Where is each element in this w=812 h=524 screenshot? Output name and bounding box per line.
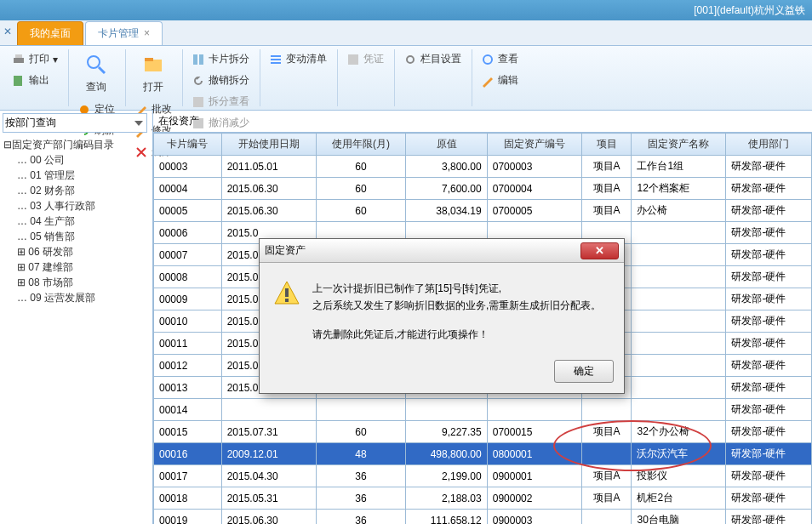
- output-button[interactable]: 输出: [7, 71, 63, 90]
- sidebar: 按部门查询 ⊟固定资产部门编码目录 … 00 公司… 01 管理层… 02 财务…: [0, 111, 153, 524]
- dialog-titlebar[interactable]: 固定资产 ✕: [260, 239, 624, 263]
- svg-rect-18: [285, 288, 289, 297]
- search-icon: [84, 53, 108, 77]
- voucher-button[interactable]: 凭证: [341, 49, 389, 69]
- cell: 项目A: [581, 178, 632, 200]
- view-button[interactable]: 查看: [476, 49, 523, 69]
- cell: 0700015: [487, 421, 581, 443]
- query-button[interactable]: 查询: [72, 49, 120, 98]
- svg-rect-9: [199, 54, 203, 65]
- alert-dialog: 固定资产 ✕ 上一次计提折旧已制作了第[15]号[转]凭证, 之后系统又发生了影…: [259, 238, 625, 394]
- open-icon: [141, 53, 165, 77]
- tree-node-dept[interactable]: … 00 公司: [3, 152, 149, 168]
- table-row[interactable]: 000152015.07.31609,227.350700015项目A32个办公…: [154, 421, 812, 443]
- cell: 00010: [154, 310, 222, 333]
- cell: [581, 443, 632, 465]
- tree-node-dept[interactable]: … 01 管理层: [3, 168, 149, 183]
- tab-card-mgmt[interactable]: 卡片管理×: [85, 21, 163, 45]
- svg-rect-7: [145, 58, 153, 61]
- column-header[interactable]: 固定资产编号: [487, 134, 581, 156]
- cell: 研发部-硬件: [726, 399, 812, 421]
- tree-root[interactable]: ⊟固定资产部门编码目录: [3, 137, 149, 152]
- table-row[interactable]: 000192015.06.3036111,658.12090000330台电脑研…: [154, 510, 812, 525]
- tree-node-dept[interactable]: … 02 财务部: [3, 183, 149, 198]
- svg-line-4: [99, 67, 105, 73]
- tree-node-dept[interactable]: … 09 运营发展部: [3, 290, 149, 305]
- cell: [221, 399, 316, 421]
- cell: 2015.06.30: [221, 510, 316, 525]
- cell: 2011.05.01: [221, 156, 316, 178]
- toolbar: 打印 ▾ 输出 查询 定位 刷新 打开 批改 修改 删除 卡片拆分 撤销拆分 拆…: [0, 46, 812, 111]
- dialog-ok-button[interactable]: 确定: [554, 360, 614, 383]
- close-tab-icon[interactable]: ×: [144, 27, 150, 39]
- cell: [487, 399, 581, 421]
- tree-node-dept[interactable]: ⊞ 08 市场部: [3, 275, 149, 290]
- cell: 12个档案柜: [632, 178, 726, 200]
- cell: 3,800.00: [406, 156, 487, 178]
- split-button[interactable]: 卡片拆分: [186, 49, 254, 69]
- print-button[interactable]: 打印 ▾: [7, 49, 63, 69]
- split-icon: [192, 53, 205, 66]
- tab-desktop[interactable]: 我的桌面: [17, 21, 83, 45]
- table-row[interactable]: 000042015.06.30607,600.000700004项目A12个档案…: [154, 178, 812, 200]
- cell: 60: [316, 156, 406, 178]
- cell: 研发部-硬件: [726, 222, 812, 244]
- split-view-button[interactable]: 拆分查看: [186, 92, 254, 111]
- svg-rect-0: [14, 58, 24, 63]
- change-list-button[interactable]: 变动清单: [264, 49, 332, 69]
- cell: 机柜2台: [632, 487, 726, 510]
- cell: [632, 310, 726, 333]
- column-header[interactable]: 开始使用日期: [221, 134, 316, 156]
- split-view-icon: [192, 95, 205, 109]
- cell: 0700005: [487, 200, 581, 222]
- tree-node-dept[interactable]: … 05 销售部: [3, 229, 149, 244]
- view-icon: [481, 53, 495, 66]
- open-button[interactable]: 打开: [129, 49, 177, 98]
- undo-split-button[interactable]: 撤销拆分: [186, 71, 254, 90]
- column-header[interactable]: 项目: [581, 134, 632, 156]
- close-panel-icon[interactable]: ✕: [3, 26, 15, 37]
- dialog-close-button[interactable]: ✕: [580, 242, 619, 259]
- table-row[interactable]: 000162009.12.0148498,800.000800001沃尔沃汽车研…: [154, 443, 812, 465]
- cell: 2015.05.31: [221, 487, 316, 510]
- tree-node-dept[interactable]: … 04 生产部: [3, 214, 149, 229]
- cell: 研发部-硬件: [726, 156, 812, 178]
- cell: [406, 399, 487, 421]
- cell: 研发部-硬件: [726, 266, 812, 288]
- table-row[interactable]: 000032011.05.01603,800.000700003项目A工作台1组…: [154, 156, 812, 178]
- tree-node-dept[interactable]: ⊞ 07 建维部: [3, 259, 149, 275]
- cell: 00012: [154, 355, 222, 377]
- svg-rect-13: [271, 59, 281, 60]
- cell: 00018: [154, 487, 222, 510]
- column-header[interactable]: 使用部门: [726, 134, 812, 156]
- cell: 项目A: [581, 487, 632, 510]
- column-header[interactable]: 卡片编号: [154, 134, 222, 156]
- cell: 项目A: [581, 200, 632, 222]
- table-row[interactable]: 000052015.06.306038,034.190700005项目A办公椅研…: [154, 200, 812, 222]
- cell: 36: [316, 465, 406, 487]
- cell: 研发部-硬件: [726, 288, 812, 310]
- dialog-title-text: 固定资产: [265, 243, 580, 258]
- cell: 7,600.00: [406, 178, 487, 200]
- cell: 研发部-硬件: [726, 355, 812, 377]
- column-header[interactable]: 固定资产名称: [632, 134, 726, 156]
- col-setting-button[interactable]: 栏目设置: [398, 49, 466, 69]
- tree-node-dept[interactable]: ⊞ 06 研发部: [3, 244, 149, 259]
- edit-button[interactable]: 编辑: [476, 71, 523, 90]
- cell: 00016: [154, 443, 222, 465]
- tree-node-dept[interactable]: … 03 人事行政部: [3, 198, 149, 214]
- svg-rect-10: [193, 97, 203, 107]
- table-row[interactable]: 00014研发部-硬件: [154, 399, 812, 421]
- cell: 研发部-硬件: [726, 178, 812, 200]
- cell: 研发部-硬件: [726, 487, 812, 510]
- cell: 2015.06.30: [221, 200, 316, 222]
- table-row[interactable]: 000172015.04.30362,199.000900001项目A投影仪研发…: [154, 465, 812, 487]
- cell: 0700004: [487, 178, 581, 200]
- column-header[interactable]: 原值: [406, 134, 487, 156]
- printer-icon: [12, 53, 26, 66]
- table-row[interactable]: 000182015.05.31362,188.030900002项目A机柜2台研…: [154, 487, 812, 510]
- cell: [632, 266, 726, 288]
- dept-query-combo[interactable]: 按部门查询: [3, 113, 147, 133]
- column-header[interactable]: 使用年限(月): [316, 134, 406, 156]
- cell: 60: [316, 178, 406, 200]
